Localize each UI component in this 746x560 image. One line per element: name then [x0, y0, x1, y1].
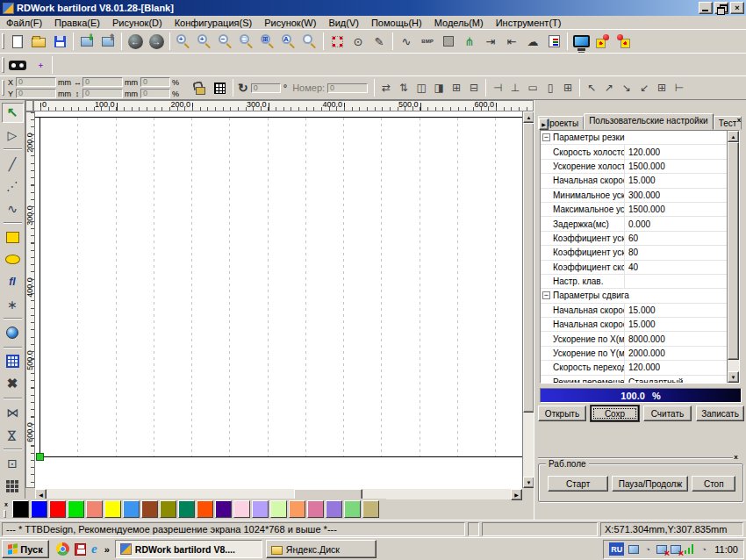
anchor-bottom-right-icon[interactable]: ↘ — [618, 78, 635, 97]
vertical-scrollbar[interactable]: ▲ ▼ — [522, 111, 534, 488]
setting-value[interactable]: 120.000 — [625, 363, 660, 372]
measure-in-icon[interactable]: ⇥ — [480, 32, 501, 52]
array-setup-icon[interactable] — [613, 32, 634, 52]
y-position-field[interactable]: 0 — [16, 89, 56, 98]
line-tool[interactable]: ╱ — [2, 154, 24, 174]
task-button[interactable]: RDWork bartilord V8.... — [115, 540, 262, 558]
menu-item[interactable]: Рисунок(D) — [106, 17, 169, 29]
color-swatch[interactable] — [270, 500, 287, 518]
minimize-button[interactable] — [699, 2, 713, 14]
layer-list-icon[interactable] — [543, 32, 564, 52]
zoom-page-icon[interactable]: □ — [236, 32, 257, 52]
settings-row[interactable]: −Параметры сдвига — [541, 289, 728, 303]
fill-icon[interactable] — [438, 32, 459, 52]
restore-button[interactable] — [714, 2, 728, 14]
press-icon[interactable]: ☁ — [522, 32, 543, 52]
menu-item[interactable]: Конфигурация(S) — [169, 17, 258, 29]
settings-row[interactable]: Начальная скорость по15.000 — [541, 318, 728, 332]
toolbar-grip[interactable] — [2, 57, 4, 73]
save-icon[interactable] — [49, 32, 70, 52]
setting-value[interactable]: 60 — [625, 233, 638, 243]
align-right-icon[interactable]: ◨ — [430, 78, 448, 97]
close-button[interactable]: × — [730, 2, 744, 14]
settings-row[interactable]: Режим перемещенияСтандартный — [541, 376, 728, 384]
anchor-edge-icon[interactable]: ⊢ — [671, 78, 688, 97]
menu-item[interactable]: Помощь(H) — [365, 17, 428, 29]
settings-row[interactable]: Начальная скорость(мм15.000 — [541, 174, 728, 188]
expander-icon[interactable]: − — [542, 133, 550, 141]
setting-value[interactable]: 1500.000 — [625, 205, 665, 214]
undo-icon[interactable]: ← — [125, 32, 146, 52]
language-indicator[interactable]: RU — [609, 542, 624, 556]
color-swatch[interactable] — [252, 500, 269, 518]
expander-icon[interactable]: − — [542, 291, 550, 299]
color-swatch[interactable] — [12, 500, 29, 518]
anchor-top-left-icon[interactable]: ↖ — [583, 78, 600, 97]
setting-value[interactable]: 0.000 — [625, 219, 650, 229]
same-height-icon[interactable]: ⊥ — [506, 78, 524, 97]
grid-tool[interactable] — [2, 352, 24, 372]
menu-item[interactable]: Модель(M) — [428, 17, 490, 29]
same-size-icon[interactable]: ⊞ — [559, 78, 577, 97]
section-close-icon[interactable]: x — [731, 452, 741, 462]
task-button[interactable]: Яндекс.Диск — [266, 540, 377, 558]
pick-position-icon[interactable] — [28, 54, 49, 75]
palette-close-icon[interactable]: x — [2, 499, 11, 508]
setting-value[interactable]: 15.000 — [625, 176, 656, 185]
setting-value[interactable]: 1500.000 — [625, 162, 665, 171]
scale-x-field[interactable]: 0 — [140, 77, 170, 87]
pause-resume-button[interactable]: Пауза/Продолж — [612, 476, 688, 492]
canvas[interactable] — [35, 111, 522, 488]
chrome-icon[interactable] — [56, 542, 69, 556]
menu-item[interactable]: Правка(E) — [48, 17, 106, 29]
bmp-icon[interactable]: BMP — [417, 32, 438, 52]
menu-item[interactable]: Вид(V) — [322, 17, 365, 29]
color-swatch[interactable] — [49, 500, 66, 518]
scroll-right-arrow[interactable]: ▶ — [511, 489, 522, 500]
start-button[interactable]: Пуск — [2, 540, 49, 558]
yandex-disk-icon[interactable] — [75, 543, 86, 556]
setting-value[interactable]: 2000.000 — [625, 348, 665, 358]
color-swatch[interactable] — [123, 500, 140, 518]
tab-scroll-right-icon[interactable]: ▶ — [539, 118, 549, 130]
color-swatch[interactable] — [215, 500, 232, 518]
anchor-top-right-icon[interactable]: ↗ — [600, 78, 618, 97]
setting-value[interactable]: 15.000 — [625, 319, 656, 329]
tab-user-settings[interactable]: Пользовательские настройки — [584, 113, 714, 130]
capture-tool[interactable] — [2, 323, 24, 343]
signal-strength-icon[interactable] — [684, 543, 695, 555]
settings-row[interactable]: Ускорение по Y(мм/с2)2000.000 — [541, 347, 728, 361]
new-file-icon[interactable] — [7, 32, 28, 52]
setting-value[interactable]: 120.000 — [625, 147, 660, 157]
flip-h-icon[interactable]: ⇄ — [377, 78, 395, 97]
settings-row[interactable]: Скорость холостого ход120.000 — [541, 145, 728, 159]
align-center-h-icon[interactable]: ⊞ — [448, 78, 465, 97]
zoom-in-icon[interactable]: + — [194, 32, 215, 52]
rotate-field[interactable]: 0 — [251, 83, 281, 93]
preview-icon[interactable] — [570, 32, 592, 52]
network-icon[interactable] — [628, 543, 639, 555]
node-frame-icon[interactable] — [326, 32, 348, 52]
settings-row[interactable]: Начальная скорость по15.000 — [541, 304, 728, 318]
color-swatch[interactable] — [86, 500, 103, 518]
text-tool[interactable]: fI — [2, 272, 24, 292]
settings-row[interactable]: −Параметры резки — [541, 131, 728, 145]
dialup-icon[interactable]: ◔ — [698, 543, 709, 555]
lock-ratio-button[interactable] — [188, 78, 209, 97]
export-icon[interactable]: ⇑ — [97, 32, 118, 52]
settings-row[interactable]: Скорость перехода меж120.000 — [541, 361, 728, 375]
zoom-out-icon[interactable]: − — [215, 32, 236, 52]
scroll-down-arrow[interactable]: ▼ — [728, 371, 739, 383]
color-swatch[interactable] — [307, 500, 324, 518]
height-field[interactable]: 0 — [82, 89, 123, 98]
rectangle-tool[interactable] — [2, 227, 24, 248]
color-swatch[interactable] — [104, 500, 121, 518]
zoom-select-icon[interactable]: ⊞ — [257, 32, 278, 52]
toolbar-grip[interactable] — [2, 80, 4, 96]
toolbar-grip[interactable] — [2, 33, 4, 49]
number-field[interactable]: 0 — [327, 83, 368, 93]
bezier-tool[interactable]: ∿ — [2, 198, 24, 219]
open-file-icon[interactable] — [28, 32, 49, 52]
polyline-tool[interactable]: ⋰ — [2, 176, 24, 197]
save-button[interactable]: Сохр — [591, 406, 639, 421]
